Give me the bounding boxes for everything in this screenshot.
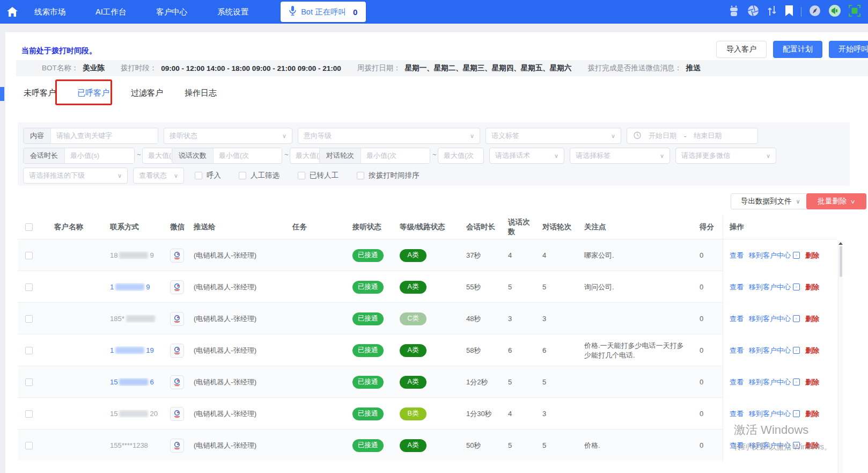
tab-uncalled-customers[interactable]: 未呼客户 [21, 86, 58, 100]
select-all-checkbox[interactable] [25, 223, 33, 231]
rounds-max-input[interactable]: 最大值(次 [438, 148, 484, 164]
nav-item-customer-center[interactable]: 客户中心 [156, 7, 187, 17]
content-search-input[interactable]: 请输入查询关键字 [51, 128, 158, 143]
home-icon[interactable] [6, 6, 18, 17]
cell-grade: B类 [393, 407, 460, 420]
scrollbar-up-arrow[interactable] [838, 242, 843, 245]
bot-name-item: BOT名称： 美业陈 [42, 63, 105, 73]
header-buttons: 导入客户 配置计划 开始呼叫∨ [716, 41, 868, 58]
phone-prefix: 155****1238 [110, 441, 148, 449]
move-icon: ▫ [793, 347, 800, 354]
batch-delete-button[interactable]: 批量删除∨ [806, 193, 866, 209]
date-range-picker[interactable]: 开始日期 - 结束日期 [627, 128, 758, 144]
delete-link[interactable]: 删除 [805, 251, 819, 260]
move-to-customer-center-link[interactable]: 移到客户中心 ▫ [749, 314, 800, 324]
col-customer-name: 客户名称 [48, 222, 104, 232]
checkbox-inbound[interactable]: 呼入 [195, 171, 221, 180]
move-to-customer-center-link[interactable]: 移到客户中心 ▫ [749, 409, 800, 419]
intent-level-select[interactable]: 意向等级∨ [298, 128, 480, 144]
move-to-customer-center-link[interactable]: 移到客户中心 ▫ [749, 251, 800, 260]
wechat-icon[interactable] [170, 407, 184, 421]
view-link[interactable]: 查看 [730, 346, 744, 355]
configure-plan-button[interactable]: 配置计划 [773, 41, 822, 58]
cell-duration: 58秒 [460, 346, 502, 355]
aperture-icon[interactable] [747, 5, 759, 19]
wechat-icon[interactable] [170, 439, 184, 453]
checkbox-sort-by-dial-time[interactable]: 按拨打时间排序 [357, 171, 420, 180]
row-checkbox[interactable] [25, 442, 33, 449]
wechat-icon[interactable] [170, 312, 184, 326]
wechat-icon[interactable] [170, 344, 184, 358]
weekly-dial-days-item: 周拨打日期： 星期一、星期二、星期三、星期四、星期五、星期六 [357, 63, 572, 73]
rounds-min-input[interactable]: 最小值(次 [361, 148, 430, 163]
cell-pushed-to: (电销机器人-张经理) [187, 314, 286, 324]
row-checkbox[interactable] [25, 410, 33, 418]
wechat-icon[interactable] [170, 375, 184, 389]
bookmark-icon[interactable] [785, 5, 793, 18]
tilde-separator: ~ [137, 150, 141, 158]
row-checkbox[interactable] [25, 283, 33, 291]
view-link[interactable]: 查看 [730, 377, 744, 387]
tag-select[interactable]: 请选择标签∨ [570, 148, 670, 164]
phone-suffix: 9 [150, 251, 153, 259]
speak-min-input[interactable]: 最小值(次 [214, 148, 282, 163]
nav-item-ai-workbench[interactable]: AI工作台 [95, 7, 126, 17]
cell-wechat [164, 407, 187, 421]
grade-badge: A类 [400, 376, 426, 389]
move-to-customer-center-link[interactable]: 移到客户中心 ▫ [749, 346, 800, 355]
answer-status-badge: 已接通 [352, 376, 384, 389]
checkbox-transferred-to-human[interactable]: 已转人工 [298, 171, 339, 180]
duration-min-input[interactable]: 最小值(s) [65, 148, 134, 163]
phone-prefix: 18 [110, 251, 117, 259]
checkbox-icon [239, 172, 246, 179]
table-header: 客户名称 联系方式 微信 推送给 任务 接听状态 等级/线路状态 会话时长 说话… [18, 215, 837, 239]
bot-calling-pill[interactable]: Bot 正在呼叫 0 [281, 2, 366, 22]
table-row: 19 (电销机器人-张经理) 已接通 A类 55秒 5 5 询问公司. 0 查看 [18, 271, 837, 302]
cell-actions: 查看 移到客户中心 ▫ 删除 [723, 366, 837, 398]
phone-prefix: 185* [110, 315, 124, 323]
delete-link[interactable]: 删除 [805, 314, 819, 324]
duration-range-group: 会话时长 最小值(s) [23, 148, 135, 164]
row-checkbox[interactable] [25, 315, 33, 323]
move-to-customer-center-link[interactable]: 移到客户中心 ▫ [749, 377, 800, 387]
cell-wechat [164, 312, 187, 326]
more-wechat-select[interactable]: 请选择更多微信∨ [675, 148, 776, 164]
nav-item-lead-market[interactable]: 线索市场 [34, 7, 65, 17]
row-checkbox[interactable] [25, 347, 33, 354]
checkbox-manual-filter[interactable]: 人工筛选 [239, 171, 279, 180]
cell-answer-status: 已接通 [346, 407, 393, 420]
export-data-button[interactable]: 导出数据到文件∨ [731, 193, 811, 209]
view-link[interactable]: 查看 [730, 282, 744, 292]
delete-link[interactable]: 删除 [805, 409, 819, 419]
delete-link[interactable]: 删除 [805, 346, 819, 355]
view-status-select[interactable]: 查看状态∨ [133, 168, 184, 184]
view-link[interactable]: 查看 [730, 251, 744, 260]
robot-icon[interactable] [728, 5, 740, 19]
row-checkbox[interactable] [25, 252, 33, 259]
tab-filtered-customers[interactable]: 过滤客户 [129, 86, 165, 100]
move-to-customer-center-link[interactable]: 移到客户中心 ▫ [749, 282, 800, 292]
answer-status-select[interactable]: 接听状态∨ [164, 128, 292, 144]
tab-called-customers[interactable]: 已呼客户 [75, 86, 112, 100]
subordinate-select[interactable]: 请选择推送的下级∨ [23, 168, 128, 184]
view-link[interactable]: 查看 [730, 314, 744, 324]
screenshot-icon[interactable] [849, 5, 860, 19]
tab-operation-log[interactable]: 操作日志 [182, 86, 219, 100]
sort-arrows-icon[interactable] [767, 5, 777, 19]
delete-link[interactable]: 删除 [805, 377, 819, 387]
row-checkbox[interactable] [25, 379, 33, 386]
script-select[interactable]: 请选择话术∨ [489, 148, 564, 164]
table-scrollbar[interactable] [838, 241, 843, 473]
megaphone-icon[interactable] [828, 4, 841, 19]
cell-score: 0 [693, 251, 723, 259]
scrollbar-thumb[interactable] [840, 246, 842, 277]
import-customers-button[interactable]: 导入客户 [716, 41, 767, 58]
semantic-tag-select[interactable]: 语义标签∨ [486, 128, 621, 144]
wechat-icon[interactable] [170, 280, 184, 294]
wechat-icon[interactable] [170, 249, 184, 263]
nav-item-system-settings[interactable]: 系统设置 [217, 7, 248, 17]
delete-link[interactable]: 删除 [805, 282, 819, 292]
view-link[interactable]: 查看 [730, 409, 744, 419]
start-call-button[interactable]: 开始呼叫∨ [829, 41, 868, 58]
compass-icon[interactable] [809, 5, 821, 19]
